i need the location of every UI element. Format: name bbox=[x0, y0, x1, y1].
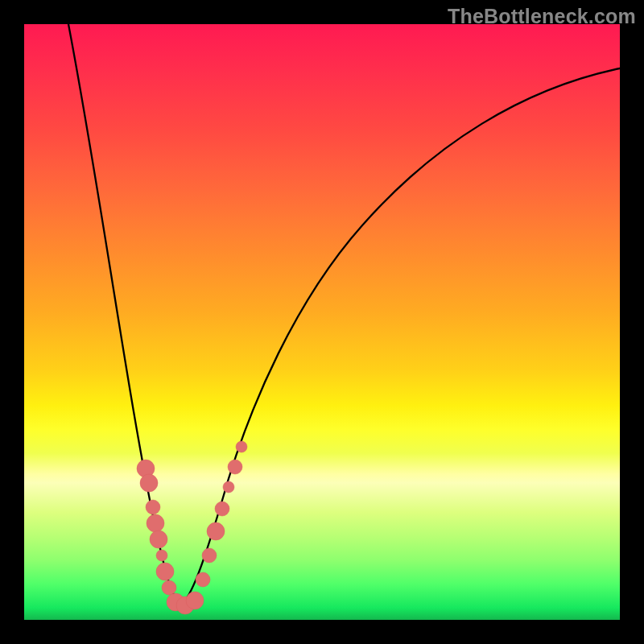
data-point bbox=[150, 530, 167, 548]
data-point bbox=[156, 550, 167, 561]
data-point bbox=[156, 563, 174, 580]
data-point bbox=[147, 514, 164, 532]
data-point bbox=[162, 580, 176, 595]
data-point bbox=[207, 522, 225, 540]
data-point bbox=[215, 502, 229, 516]
data-point bbox=[146, 500, 160, 514]
watermark-text: TheBottleneck.com bbox=[448, 5, 636, 28]
data-point bbox=[236, 441, 247, 452]
data-point bbox=[196, 572, 210, 587]
chart-container: TheBottleneck.com bbox=[0, 0, 644, 644]
data-point bbox=[186, 592, 204, 609]
plot-area bbox=[24, 24, 620, 620]
data-point bbox=[140, 474, 158, 492]
bottleneck-curve bbox=[24, 24, 620, 620]
data-point bbox=[202, 548, 217, 563]
data-point bbox=[223, 481, 234, 493]
data-point bbox=[228, 460, 242, 474]
